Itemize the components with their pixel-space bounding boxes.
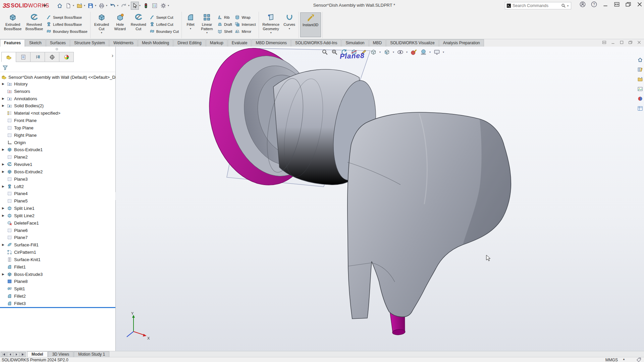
expand-arrow-icon[interactable]: ▶ [2,185,7,188]
expand-arrow-icon[interactable]: ▶ [2,206,7,210]
wrap-button[interactable]: Wrap [233,14,257,21]
tree-item-revolve1[interactable]: ▶Revolve1 [0,161,115,168]
tab-weldments[interactable]: Weldments [109,39,138,47]
revolved-cut-button[interactable]: Revolved Cut [129,12,148,31]
tree-item-boss-extrude2[interactable]: ▶Boss-Extrude2 [0,168,115,175]
search-commands-box[interactable]: ▾ [505,2,571,9]
tab-mesh-modeling[interactable]: Mesh Modeling [138,39,173,47]
tree-item-plane8[interactable]: Plane8 [0,278,115,285]
appearances-icon[interactable] [636,95,644,102]
span-displays-button[interactable] [614,1,620,7]
intersect-button[interactable]: Intersect [233,21,257,28]
tree-item-origin[interactable]: Origin [0,139,115,146]
tree-item-annotations[interactable]: ▶Annotations [0,95,115,102]
view-settings-button[interactable] [432,48,441,56]
tab-surfaces[interactable]: Surfaces [46,39,70,47]
plane8-label[interactable]: Plane8 [340,52,365,61]
file-explorer-icon[interactable] [636,75,644,83]
view-orientation-button[interactable] [369,48,378,56]
expand-arrow-icon[interactable]: ▶ [2,170,7,173]
shell-button[interactable]: Shell [216,28,233,35]
tab-direct-editing[interactable]: Direct Editing [173,39,205,47]
tab-motion-study-1[interactable]: Motion Study 1 [74,351,109,357]
extruded-boss-base-button[interactable]: Extruded Boss/Base [2,12,23,31]
tab-markup[interactable]: Markup [206,39,227,47]
zoom-to-fit-button[interactable] [320,48,329,56]
help-button[interactable] [591,1,597,7]
housing-body[interactable] [347,112,511,319]
doc-minimize-icon[interactable] [611,40,615,45]
first-tab-button[interactable] [1,352,7,357]
tree-item-loft2[interactable]: ▶Loft2 [0,183,115,190]
display-style-button[interactable] [382,48,391,56]
tree-item-solid-bodies[interactable]: ▶Solid Bodies(2) [0,102,115,109]
tag-icon[interactable] [636,357,641,362]
linear-pattern-button[interactable]: Linear Pattern▾ [198,12,216,34]
lofted-cut-button[interactable]: Lofted Cut [148,21,180,28]
tab-sketch[interactable]: Sketch [25,39,46,47]
instant3d-button[interactable]: Instant3D [300,12,321,37]
hide-show-dropdown-icon[interactable]: ▾ [406,51,408,54]
tree-item-boss-extrude1[interactable]: ▶Boss-Extrude1 [0,146,115,153]
expand-arrow-icon[interactable]: ▶ [2,148,7,151]
tab-mbd[interactable]: MBD [369,39,386,47]
extruded-cut-button[interactable]: Extruded Cut▾ [92,12,111,34]
linear-pattern-dropdown-icon[interactable]: ▾ [206,31,208,34]
tree-item-top-plane[interactable]: Top Plane [0,124,115,131]
zoom-to-area-button[interactable] [330,48,339,56]
custom-properties-icon[interactable] [636,105,644,112]
units-selector[interactable]: MMGS [605,358,618,362]
tree-item-plane6[interactable]: Plane6 [0,227,115,234]
tree-item-split-line2[interactable]: ▶Split Line2 [0,212,115,219]
boundary-cut-button[interactable]: Boundary Cut [148,28,180,35]
search-icon[interactable] [561,3,566,8]
tree-item-boss-extrude3[interactable]: ▶Boss-Extrude3 [0,270,115,278]
tab-features[interactable]: Features [0,39,25,47]
reference-geometry-dropdown-icon[interactable]: ▾ [270,31,272,34]
display-style-dropdown-icon[interactable]: ▾ [393,51,394,54]
view-palette-icon[interactable] [636,85,644,93]
tree-item-front-plane[interactable]: Front Plane [0,117,115,124]
panel-flyout-chevron-icon[interactable]: › [112,53,113,59]
tab-model[interactable]: Model [27,351,48,357]
tree-item-material[interactable]: Material <not specified> [0,109,115,117]
fillet-dropdown-icon[interactable]: ▾ [190,27,191,30]
tree-item-surface-fill1[interactable]: ▶Surface-Fill1 [0,241,115,248]
tree-item-deleteface1[interactable]: DeleteFace1 [0,219,115,227]
tree-item-surface-knit1[interactable]: Surface-Knit1 [0,256,115,263]
close-button[interactable] [637,1,643,7]
expand-arrow-icon[interactable]: ▶ [2,104,7,107]
apply-scene-button[interactable] [419,48,428,56]
swept-cut-button[interactable]: Swept Cut [148,14,180,21]
view-orientation-dropdown-icon[interactable]: ▾ [379,51,381,54]
tree-item-fillet2[interactable]: Fillet2 [0,292,115,300]
tab-solidworks-visualize[interactable]: SOLIDWORKS Visualize [386,39,439,47]
lofted-boss-base-button[interactable]: Lofted Boss/Base [45,21,89,28]
units-dropdown-icon[interactable]: ▲ [623,358,625,361]
design-library-icon[interactable] [636,66,644,73]
tree-item-cirpattern1[interactable]: CirPattern1 [0,248,115,256]
next-tab-button[interactable] [13,352,19,357]
search-dropdown-icon[interactable]: ▾ [567,4,569,7]
expand-arrow-icon[interactable]: ▶ [2,243,7,246]
menu-flyout-arrow-icon[interactable]: ▶ [44,3,47,7]
swept-boss-base-button[interactable]: Swept Boss/Base [45,14,89,21]
hide-show-items-button[interactable] [396,48,405,56]
rib-button[interactable]: Rib [216,14,233,21]
tab-solidworks-add-ins[interactable]: SOLIDWORKS Add-Ins [291,39,341,47]
last-tab-button[interactable] [20,352,26,357]
tab-configuration-manager[interactable] [30,52,45,62]
home-button[interactable] [56,2,64,10]
doc-maximize-icon[interactable] [620,40,624,45]
tree-item-fillet1[interactable]: Fillet1 [0,263,115,270]
tab-simulation[interactable]: Simulation [341,39,368,47]
tree-item-history[interactable]: ▶History [0,80,115,87]
user-account-button[interactable] [580,1,586,7]
tree-item-split1[interactable]: Split1 [0,285,115,292]
tree-item-plane7[interactable]: Plane7 [0,234,115,241]
tab-property-manager[interactable] [16,52,31,62]
curves-dropdown-icon[interactable]: ▾ [289,27,290,30]
panel-splitter-handle[interactable] [0,47,115,51]
model-3d-view[interactable]: Y X [116,47,644,351]
revolved-boss-base-button[interactable]: Revolved Boss/Base [23,12,45,31]
